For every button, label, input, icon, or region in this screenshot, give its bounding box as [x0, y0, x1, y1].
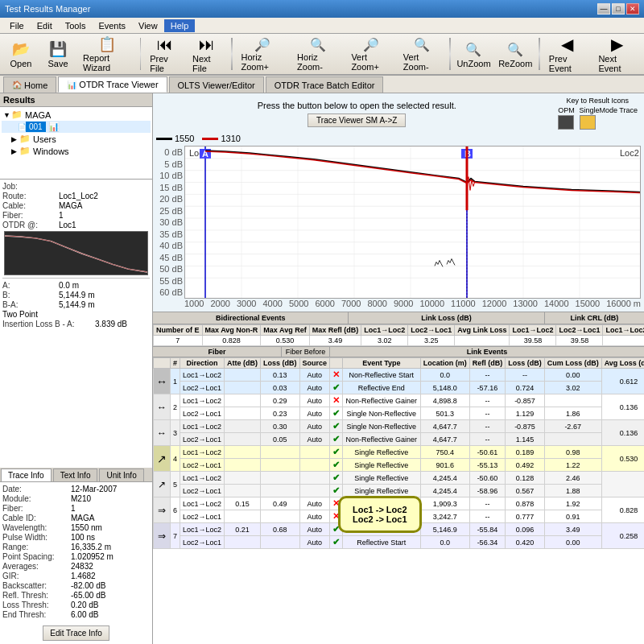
- prev-event-icon: ◀: [558, 35, 577, 54]
- open-button[interactable]: 📂 Open: [3, 36, 39, 72]
- title-text: Test Results Manager: [5, 4, 90, 14]
- fiber-column-header: Fiber: [153, 347, 282, 357]
- trace-tabs: Trace Info Text Info Unit Info: [0, 468, 152, 482]
- file-badge: 001: [26, 122, 46, 132]
- event-row-3b[interactable]: Loc2→Loc1 0.05 Auto ✔ Non-Reflective Gai…: [154, 433, 645, 446]
- link-loss-loc1-loc2: 39.58: [510, 336, 556, 346]
- event-row-1b[interactable]: Loc2→Loc1 0.03 Auto ✔ Reflective End 5,1…: [154, 382, 645, 394]
- bidi-table: Number of E Max Avg Non-R Max Avg Ref Ma…: [153, 324, 644, 346]
- insertionloss-row: Insertion Loss B - A: 3.839 dB: [2, 320, 150, 328]
- link-loss-loc2-loc1: 39.58: [556, 336, 603, 346]
- event-row-4a[interactable]: ↗ 4 Loc1→Loc2 ✔ Single Reflective 750.4 …: [154, 446, 645, 459]
- event-row-2b[interactable]: Loc2→Loc1 0.23 Auto ✔ Single Non-Reflect…: [154, 407, 645, 420]
- main-content: Results ▼ 📁 MAGA 📄 001 📊 ▶ 📁 Users ▶ 📁: [0, 93, 644, 644]
- ba-row: B-A: 5,144.9 m: [2, 300, 150, 309]
- x-axis-labels: 1000 2000 3000 4000 5000 6000 7000 8000 …: [184, 299, 641, 308]
- prev-file-button[interactable]: ⏮ Prev File: [144, 36, 185, 72]
- toolbar-separator-3: [449, 38, 451, 70]
- expand-windows-icon: ▶: [11, 147, 19, 155]
- tree-item-maga[interactable]: ▼ 📁 MAGA: [2, 109, 151, 121]
- save-icon: 💾: [48, 39, 68, 59]
- data-tables-area: Bidirectional Events Link Loss (dB) Link…: [153, 312, 644, 644]
- svg-text:Loc2: Loc2: [620, 148, 639, 158]
- horiz-zoom-minus-icon: 🔍: [308, 37, 328, 52]
- legend-1550: 1550: [156, 134, 194, 143]
- unzoom-button[interactable]: 🔍 UnZoom: [454, 36, 494, 72]
- event-row-5a[interactable]: ↗ 5 Loc1→Loc2 ✔ Single Reflective 4,245.…: [154, 472, 645, 485]
- tab-unit-info[interactable]: Unit Info: [99, 469, 143, 481]
- prev-event-button[interactable]: ◀ Prev Event: [543, 36, 592, 72]
- next-event-button[interactable]: ▶ Next Event: [592, 36, 641, 72]
- menu-help[interactable]: Help: [164, 19, 196, 32]
- event-row-3a[interactable]: ↔ 3 Loc1→Loc2 0.30 Auto ✔ Single Non-Ref…: [154, 420, 645, 433]
- trace-info-content: Date:12-Mar-2007 Module:M210 Fiber:1 Cab…: [0, 482, 152, 622]
- edit-trace-info-button[interactable]: Edit Trace Info: [43, 625, 109, 641]
- title-bar: Test Results Manager — □ ✕: [0, 0, 644, 18]
- tab-bar: 🏠 Home 📊 OTDR Trace Viewer OLTS Viewer/E…: [0, 76, 644, 93]
- bidi-loc1-loc2: 3.02: [361, 336, 408, 346]
- route-row: Route: Loc1_Loc2: [2, 192, 150, 200]
- prev-file-icon: ⏮: [155, 35, 175, 54]
- vert-zoom-minus-button[interactable]: 🔍 Vert Zoom-: [398, 36, 446, 72]
- menu-file[interactable]: File: [3, 19, 31, 32]
- next-file-button[interactable]: ⏭ Next File: [187, 36, 228, 72]
- rezoom-button[interactable]: 🔍 ReZoom: [495, 36, 535, 72]
- bidi-max-avg-ref: 0.530: [261, 336, 309, 346]
- tree-item-users[interactable]: ▶ 📁 Users: [2, 133, 151, 145]
- b-row: B: 5,144.9 m: [2, 291, 150, 299]
- event-row-4b[interactable]: Loc2→Loc1 ✔ Single Reflective 901.6 -55.…: [154, 459, 645, 472]
- tab-otdr-trace-viewer[interactable]: 📊 OTDR Trace Viewer: [58, 76, 167, 93]
- horiz-zoom-minus-button[interactable]: 🔍 Horiz Zoom-: [291, 36, 344, 72]
- menu-tools[interactable]: Tools: [59, 19, 93, 32]
- expand-users-icon: ▶: [11, 135, 19, 143]
- file-thumbnail: 📊: [48, 122, 60, 132]
- toolbar-separator-4: [539, 38, 540, 70]
- next-file-icon: ⏭: [197, 35, 217, 54]
- tab-home[interactable]: 🏠 Home: [3, 76, 56, 93]
- home-icon: 🏠: [12, 80, 22, 89]
- close-button[interactable]: ✕: [626, 3, 639, 14]
- menu-view[interactable]: View: [132, 19, 164, 32]
- vert-zoom-plus-button[interactable]: 🔎 Vert Zoom+: [345, 36, 395, 72]
- maximize-button[interactable]: □: [612, 3, 625, 14]
- unzoom-icon: 🔍: [464, 39, 483, 59]
- tab-olts-viewer[interactable]: OLTS Viewer/Editor: [169, 76, 264, 93]
- trace-viewer-button[interactable]: Trace Viewer SM A->Z: [308, 114, 406, 127]
- menu-edit[interactable]: Edit: [31, 19, 59, 32]
- otdr-viewer-icon: 📊: [67, 80, 76, 89]
- horiz-zoom-plus-button[interactable]: 🔎 Horiz Zoom+: [236, 36, 291, 72]
- left-panel: Results ▼ 📁 MAGA 📄 001 📊 ▶ 📁 Users ▶ 📁: [0, 93, 153, 644]
- link-loss-header: Link Loss (dB): [349, 312, 544, 324]
- next-event-icon: ▶: [607, 35, 626, 54]
- save-button[interactable]: 💾 Save: [40, 36, 76, 72]
- legend-1310: 1310: [202, 134, 240, 143]
- expand-icon: ▼: [3, 111, 11, 119]
- key-icons: Key to Result Icons OPM SingleMode Trace: [557, 97, 638, 130]
- events-table-container: # Direction Atte (dB) Loss (dB) Source E…: [153, 357, 644, 549]
- vert-zoom-minus-icon: 🔍: [412, 37, 431, 52]
- bidi-num-events: 7: [154, 336, 203, 346]
- twopoint-row: Two Point: [2, 310, 150, 319]
- results-header: Results: [0, 93, 152, 107]
- bidi-loc2-loc1: 3.25: [408, 336, 455, 346]
- report-wizard-button[interactable]: 📋 Report Wizard: [77, 36, 137, 72]
- window-controls: — □ ✕: [597, 3, 639, 14]
- event-row-1a[interactable]: ↔ 1 Loc1→Loc2 0.13 Auto ✕ Non-Reflective…: [154, 369, 645, 382]
- maga-folder-icon: 📁: [11, 109, 23, 120]
- tab-batch-editor[interactable]: OTDR Trace Batch Editor: [266, 76, 384, 93]
- tree-item-001[interactable]: 📄 001 📊: [2, 121, 151, 133]
- event-row-7b[interactable]: Loc2→Loc1 Auto ✔ Reflective Start 0.0 -5…: [154, 536, 645, 549]
- db-axis: 0 dB 5 dB 10 dB 15 dB 20 dB 25 dB 30 dB …: [156, 146, 184, 299]
- report-icon: 📋: [97, 35, 117, 53]
- trace-header: Press the button below to open the selec…: [156, 97, 641, 130]
- file-icon: 📄: [18, 123, 26, 131]
- rezoom-icon: 🔍: [506, 39, 525, 59]
- users-folder-icon: 📁: [19, 134, 31, 144]
- event-row-2a[interactable]: ↔ 2 Loc1→Loc2 0.29 Auto ✕ Non-Reflective…: [154, 394, 645, 407]
- minimize-button[interactable]: —: [597, 3, 610, 14]
- menu-events[interactable]: Events: [92, 19, 132, 32]
- tab-trace-info[interactable]: Trace Info: [1, 469, 52, 481]
- tree-item-windows[interactable]: ▶ 📁 Windows: [2, 145, 151, 157]
- otdr-row: OTDR @: Loc1: [2, 221, 150, 229]
- tab-text-info[interactable]: Text Info: [53, 469, 98, 481]
